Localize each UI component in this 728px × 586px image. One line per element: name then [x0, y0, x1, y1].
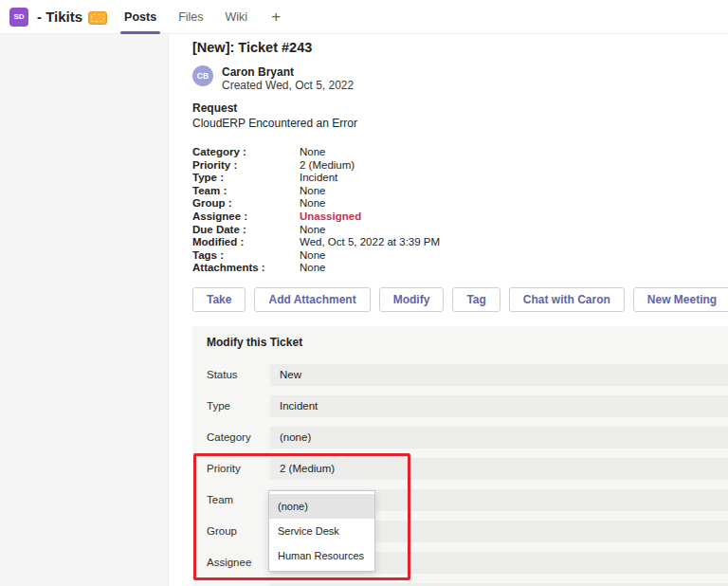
category-select[interactable]: (none) [270, 427, 728, 449]
dropdown-option-service-desk[interactable]: Service Desk [269, 519, 374, 543]
action-buttons: Take Add Attachment Modify Tag Chat with… [192, 287, 728, 312]
field-label: Modified : [192, 236, 300, 249]
request-label: Request [192, 101, 728, 115]
ticket-emoji-icon [88, 11, 107, 25]
tab-wiki[interactable]: Wiki [224, 0, 250, 34]
modify-card-title: Modify this Ticket [207, 336, 728, 349]
tab-posts[interactable]: Posts [122, 0, 158, 34]
field-row-due-date: Due Date : None [192, 224, 728, 237]
ticket-fields: Category : None Priority : 2 (Medium) Ty… [192, 146, 728, 275]
field-label: Group : [192, 197, 300, 211]
conversation-pane [0, 34, 169, 586]
avatar-initials: CB [197, 71, 209, 81]
field-row-type: Type : Incident [192, 172, 728, 185]
field-value: None [300, 185, 326, 198]
field-value: Wed, Oct 5, 2022 at 3:39 PM [300, 236, 440, 249]
field-row-modified: Modified : Wed, Oct 5, 2022 at 3:39 PM [192, 236, 728, 249]
channel-tabs: Posts Files Wiki + [122, 0, 284, 34]
field-value: Incident [300, 172, 337, 185]
field-label: Category : [192, 146, 300, 159]
modify-label: Team [207, 494, 270, 505]
modify-row-priority: Priority 2 (Medium) [207, 458, 728, 480]
ticket-content: [New]: Ticket #243 CB Caron Bryant Creat… [169, 34, 728, 586]
channel-header: SD - Tikits Posts Files Wiki + [0, 0, 728, 34]
modify-label: Group [207, 525, 270, 537]
field-label: Attachments : [192, 262, 300, 275]
field-row-assignee: Assignee : Unassigned [192, 211, 728, 224]
tag-button[interactable]: Tag [452, 287, 500, 312]
request-text: CloudERP Encountered an Error [192, 117, 728, 130]
field-value: None [300, 146, 326, 159]
field-row-tags: Tags : None [192, 249, 728, 263]
app-icon[interactable]: SD [9, 8, 28, 27]
modify-label: Priority [207, 463, 270, 474]
field-value-unassigned: Unassigned [300, 211, 361, 224]
new-meeting-button[interactable]: New Meeting [633, 287, 728, 312]
field-label: Team : [192, 185, 300, 198]
field-row-team: Team : None [192, 185, 728, 198]
field-row-attachments: Attachments : None [192, 262, 728, 275]
field-label: Tags : [192, 249, 300, 263]
field-value: None [300, 197, 326, 211]
page-body: [New]: Ticket #243 CB Caron Bryant Creat… [0, 34, 728, 586]
dropdown-option-none[interactable]: (none) [269, 494, 374, 519]
author-meta: Caron Bryant Created Wed, Oct 5, 2022 [222, 65, 354, 92]
add-tab-button[interactable]: + [267, 0, 284, 34]
dropdown-option-human-resources[interactable]: Human Resources [269, 543, 374, 568]
modify-row-status: Status New [207, 364, 728, 386]
author-row: CB Caron Bryant Created Wed, Oct 5, 2022 [192, 65, 728, 92]
add-attachment-button[interactable]: Add Attachment [254, 287, 370, 312]
modify-label: Status [207, 369, 270, 380]
field-row-group: Group : None [192, 197, 728, 211]
field-label: Priority : [192, 159, 300, 173]
take-button[interactable]: Take [192, 287, 246, 312]
modify-button[interactable]: Modify [379, 287, 445, 312]
app-icon-label: SD [13, 12, 24, 21]
field-value: 2 (Medium) [300, 159, 355, 173]
priority-select[interactable]: 2 (Medium) [270, 458, 728, 480]
type-select[interactable]: Incident [270, 395, 728, 417]
avatar[interactable]: CB [192, 65, 213, 86]
modify-label: Assignee [207, 557, 270, 568]
chat-with-caron-button[interactable]: Chat with Caron [509, 287, 625, 312]
field-value: None [300, 224, 326, 237]
group-dropdown-menu: (none) Service Desk Human Resources [268, 490, 375, 572]
modify-row-category: Category (none) [207, 427, 728, 449]
field-row-priority: Priority : 2 (Medium) [192, 159, 728, 173]
created-date: Created Wed, Oct 5, 2022 [222, 79, 354, 92]
modify-label: Category [207, 431, 270, 443]
tab-files[interactable]: Files [176, 0, 205, 34]
field-label: Type : [192, 172, 300, 185]
author-name: Caron Bryant [222, 65, 354, 79]
field-value: None [300, 249, 326, 263]
modify-row-type: Type Incident [207, 395, 728, 417]
channel-title: - Tikits [37, 9, 82, 25]
ticket-title: [New]: Ticket #243 [192, 40, 728, 55]
modify-label: Type [207, 400, 270, 412]
field-row-category: Category : None [192, 146, 728, 159]
field-label: Assignee : [192, 211, 300, 224]
status-select[interactable]: New [270, 364, 728, 386]
field-value: None [300, 262, 326, 275]
field-label: Due Date : [192, 224, 300, 237]
